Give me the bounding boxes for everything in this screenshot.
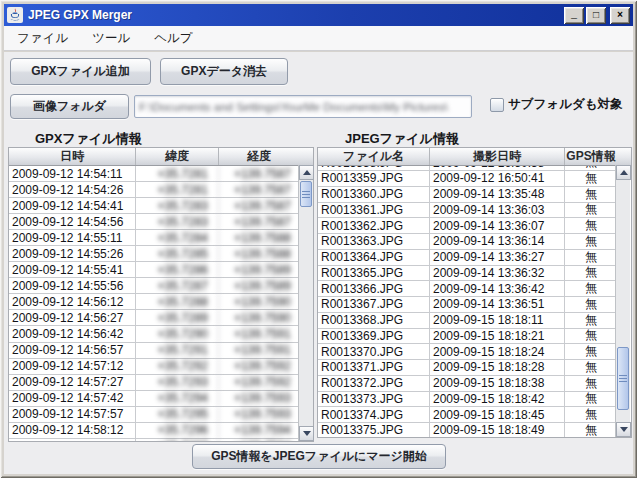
jpeg-cell-filename: R0013368.JPG <box>318 313 430 328</box>
title-bar[interactable]: JPEG GPX Merger _ □ × <box>4 4 633 26</box>
jpeg-scrollbar-thumb[interactable] <box>617 347 629 410</box>
jpeg-scroll-up-button[interactable] <box>616 165 631 180</box>
jpeg-cell-gps: 無 <box>565 423 617 438</box>
gpx-cell-lon-blurred: +139.7587 <box>219 166 299 181</box>
jpeg-cell-filename: R0013375.JPG <box>318 423 430 438</box>
gpx-table-row[interactable]: 2009-09-12 14:54:41 +35.7283 +139.7587 <box>9 198 299 214</box>
minimize-button[interactable]: _ <box>564 7 584 24</box>
jpeg-cell-datetime: 2009-09-15 18:18:42 <box>430 392 565 407</box>
jpeg-table: ファイル名 撮影日時 GPS情報 R0013358.JPG 2009-09-12… <box>317 147 632 438</box>
jpeg-cell-datetime: 2009-09-15 18:18:38 <box>430 376 565 391</box>
gpx-table-row[interactable]: 2009-09-12 14:58:12 +35.7296 +139.7594 <box>9 423 299 439</box>
folder-path-field[interactable]: F:\Documents and Settings\YourMe Documen… <box>134 95 472 118</box>
gpx-scrollbar-thumb[interactable] <box>300 181 312 207</box>
jpeg-cell-datetime: 2009-09-12 16:50:38 <box>430 166 565 170</box>
jpeg-cell-datetime: 2009-09-14 13:35:48 <box>430 187 565 202</box>
jpeg-cell-datetime: 2009-09-14 13:36:07 <box>430 218 565 233</box>
jpeg-table-row[interactable]: R0013375.JPG 2009-09-15 18:18:49 無 <box>318 423 617 438</box>
gpx-cell-lon-blurred: +139.7592 <box>219 375 299 390</box>
app-window: JPEG GPX Merger _ □ × ファイル ツール ヘルプ GPXファ… <box>0 0 637 478</box>
merge-start-button[interactable]: GPS情報をJPEGファイルにマージ開始 <box>192 444 446 469</box>
gpx-table-row[interactable]: 2009-09-12 14:55:41 +35.7286 +139.7589 <box>9 262 299 278</box>
gpx-table-row[interactable]: 2009-09-12 14:57:42 +35.7294 +139.7593 <box>9 391 299 407</box>
jpeg-cell-filename: R0013373.JPG <box>318 392 430 407</box>
jpeg-cell-filename: R0013362.JPG <box>318 218 430 233</box>
gpx-cell-datetime: 2009-09-12 14:58:27 <box>9 439 136 442</box>
jpeg-cell-filename: R0013361.JPG <box>318 203 430 218</box>
jpeg-table-row[interactable]: R0013372.JPG 2009-09-15 18:18:38 無 <box>318 376 617 392</box>
gpx-table-row[interactable]: 2009-09-12 14:57:27 +35.7293 +139.7592 <box>9 375 299 391</box>
jpeg-table-row[interactable]: R0013363.JPG 2009-09-14 13:36:14 無 <box>318 234 617 250</box>
gpx-cell-datetime: 2009-09-12 14:56:12 <box>9 294 136 309</box>
jpeg-table-row[interactable]: R0013359.JPG 2009-09-12 16:50:41 無 <box>318 171 617 187</box>
jpeg-table-row[interactable]: R0013370.JPG 2009-09-15 18:18:24 無 <box>318 344 617 360</box>
jpeg-cell-datetime: 2009-09-12 16:50:41 <box>430 171 565 186</box>
jpeg-table-row[interactable]: R0013373.JPG 2009-09-15 18:18:42 無 <box>318 392 617 408</box>
gpx-cell-lat-blurred: +35.7293 <box>136 375 219 390</box>
gpx-table-row[interactable]: 2009-09-12 14:54:26 +35.7281 +139.7587 <box>9 182 299 198</box>
gpx-table-row[interactable]: 2009-09-12 14:55:56 +35.7287 +139.7589 <box>9 278 299 294</box>
jpeg-table-row[interactable]: R0013371.JPG 2009-09-15 18:18:28 無 <box>318 360 617 376</box>
jpeg-cell-datetime: 2009-09-14 13:36:51 <box>430 297 565 312</box>
jpeg-cell-gps: 無 <box>565 171 617 186</box>
gpx-scroll-up-button[interactable] <box>299 165 314 180</box>
gpx-cell-lon-blurred: +139.7590 <box>219 310 299 325</box>
gpx-cell-lon-blurred: +139.7593 <box>219 407 299 422</box>
clear-gpx-button[interactable]: GPXデータ消去 <box>160 58 288 85</box>
gpx-table-row[interactable]: 2009-09-12 14:55:26 +35.7285 +139.7588 <box>9 246 299 262</box>
gpx-table-row[interactable]: 2009-09-12 14:58:27 +35.7297 +139.7594 <box>9 439 299 442</box>
gpx-cell-lat-blurred: +35.7289 <box>136 310 219 325</box>
gpx-cell-datetime: 2009-09-12 14:55:11 <box>9 230 136 245</box>
jpeg-table-scrollbar[interactable] <box>615 165 630 437</box>
jpeg-table-row[interactable]: R0013369.JPG 2009-09-15 18:18:21 無 <box>318 329 617 345</box>
jpeg-cell-gps: 無 <box>565 234 617 249</box>
gpx-col-header-lat[interactable]: 緯度 <box>136 148 219 165</box>
add-gpx-button[interactable]: GPXファイル追加 <box>10 58 151 85</box>
gpx-table-row[interactable]: 2009-09-12 14:56:42 +35.7290 +139.7591 <box>9 326 299 342</box>
gpx-cell-datetime: 2009-09-12 14:55:56 <box>9 278 136 293</box>
jpeg-table-row[interactable]: R0013367.JPG 2009-09-14 13:36:51 無 <box>318 297 617 313</box>
gpx-table-row[interactable]: 2009-09-12 14:57:12 +35.7292 +139.7592 <box>9 359 299 375</box>
jpeg-table-title: JPEGファイル情報 <box>345 130 459 148</box>
menu-tools[interactable]: ツール <box>83 26 139 51</box>
jpeg-scroll-down-button[interactable] <box>616 422 631 437</box>
jpeg-table-row[interactable]: R0013374.JPG 2009-09-15 18:18:45 無 <box>318 407 617 423</box>
gpx-table-row[interactable]: 2009-09-12 14:56:57 +35.7291 +139.7591 <box>9 343 299 359</box>
maximize-icon: □ <box>593 10 599 21</box>
gpx-scroll-down-button[interactable] <box>299 426 314 441</box>
gpx-table-row[interactable]: 2009-09-12 14:54:11 +35.7281 +139.7587 <box>9 166 299 182</box>
jpeg-cell-datetime: 2009-09-15 18:18:28 <box>430 360 565 375</box>
jpeg-cell-datetime: 2009-09-15 18:18:45 <box>430 407 565 422</box>
maximize-button[interactable]: □ <box>586 7 606 24</box>
gpx-col-header-lon[interactable]: 経度 <box>219 148 299 165</box>
jpeg-table-row[interactable]: R0013366.JPG 2009-09-14 13:36:42 無 <box>318 281 617 297</box>
gpx-cell-lat-blurred: +35.7294 <box>136 391 219 406</box>
gpx-cell-lon-blurred: +139.7590 <box>219 294 299 309</box>
gpx-table-row[interactable]: 2009-09-12 14:57:57 +35.7295 +139.7593 <box>9 407 299 423</box>
jpeg-table-row[interactable]: R0013361.JPG 2009-09-14 13:36:03 無 <box>318 203 617 219</box>
gpx-table-row[interactable]: 2009-09-12 14:54:56 +35.7283 +139.7587 <box>9 214 299 230</box>
jpeg-table-row[interactable]: R0013362.JPG 2009-09-14 13:36:07 無 <box>318 218 617 234</box>
gpx-table-row[interactable]: 2009-09-12 14:56:12 +35.7288 +139.7590 <box>9 294 299 310</box>
gpx-table-row[interactable]: 2009-09-12 14:55:11 +35.7284 +139.7588 <box>9 230 299 246</box>
jpeg-table-row[interactable]: R0013365.JPG 2009-09-14 13:36:32 無 <box>318 266 617 282</box>
jpeg-table-row[interactable]: R0013368.JPG 2009-09-15 18:18:11 無 <box>318 313 617 329</box>
jpeg-cell-filename: R0013360.JPG <box>318 187 430 202</box>
gpx-cell-datetime: 2009-09-12 14:56:27 <box>9 310 136 325</box>
menu-file[interactable]: ファイル <box>8 26 77 51</box>
gpx-table: 日時 緯度 経度 2009-09-12 14:54:11 +35.7281 +1… <box>8 147 314 442</box>
gpx-table-scrollbar[interactable] <box>298 165 313 441</box>
jpeg-cell-filename: R0013369.JPG <box>318 329 430 344</box>
jpeg-table-row[interactable]: R0013364.JPG 2009-09-14 13:36:27 無 <box>318 250 617 266</box>
jpeg-table-row[interactable]: R0013360.JPG 2009-09-14 13:35:48 無 <box>318 187 617 203</box>
jpeg-cell-filename: R0013367.JPG <box>318 297 430 312</box>
gpx-col-header-datetime[interactable]: 日時 <box>9 148 136 165</box>
jpeg-col-header-filename[interactable]: ファイル名 <box>318 148 430 165</box>
gpx-table-row[interactable]: 2009-09-12 14:56:27 +35.7289 +139.7590 <box>9 310 299 326</box>
image-folder-button[interactable]: 画像フォルダ <box>10 94 129 119</box>
menu-help[interactable]: ヘルプ <box>145 26 201 51</box>
close-button[interactable]: × <box>610 7 630 24</box>
jpeg-col-header-gps[interactable]: GPS情報 <box>565 148 617 165</box>
subfolder-checkbox[interactable] <box>490 98 504 112</box>
jpeg-col-header-datetime[interactable]: 撮影日時 <box>430 148 565 165</box>
